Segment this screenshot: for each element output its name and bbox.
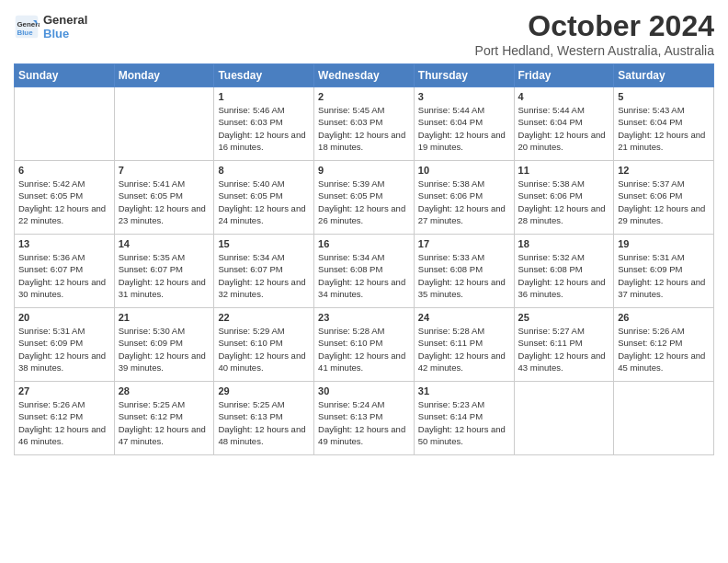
day-info: Sunrise: 5:34 AMSunset: 6:08 PMDaylight:… [318,251,410,300]
day-number: 21 [119,312,210,323]
day-info: Sunrise: 5:39 AMSunset: 6:05 PMDaylight:… [318,178,410,226]
day-number: 2 [318,91,410,102]
day-info: Sunrise: 5:26 AMSunset: 6:12 PMDaylight:… [18,398,110,447]
day-info: Sunrise: 5:25 AMSunset: 6:13 PMDaylight:… [218,398,310,447]
week-row-2: 6Sunrise: 5:42 AMSunset: 6:05 PMDaylight… [15,161,714,235]
calendar-cell: 16Sunrise: 5:34 AMSunset: 6:08 PMDayligh… [314,235,415,308]
month-title: October 2024 [475,9,714,43]
calendar-cell: 28Sunrise: 5:25 AMSunset: 6:12 PMDayligh… [114,382,214,455]
title-block: October 2024 Port Hedland, Western Austr… [475,9,714,58]
calendar-cell: 23Sunrise: 5:28 AMSunset: 6:10 PMDayligh… [314,308,415,382]
day-info: Sunrise: 5:32 AMSunset: 6:08 PMDaylight:… [518,251,610,300]
svg-text:Blue: Blue [17,29,34,37]
calendar-cell: 18Sunrise: 5:32 AMSunset: 6:08 PMDayligh… [514,235,614,308]
day-info: Sunrise: 5:30 AMSunset: 6:09 PMDaylight:… [119,325,210,373]
day-number: 19 [618,238,710,249]
calendar-cell: 25Sunrise: 5:27 AMSunset: 6:11 PMDayligh… [514,308,614,382]
calendar-cell: 5Sunrise: 5:43 AMSunset: 6:04 PMDaylight… [614,87,714,161]
day-info: Sunrise: 5:45 AMSunset: 6:03 PMDaylight:… [318,104,410,153]
day-number: 12 [618,165,710,176]
day-number: 17 [418,238,510,249]
week-row-4: 20Sunrise: 5:31 AMSunset: 6:09 PMDayligh… [15,308,714,382]
calendar-cell: 15Sunrise: 5:34 AMSunset: 6:07 PMDayligh… [214,235,314,308]
calendar-cell: 20Sunrise: 5:31 AMSunset: 6:09 PMDayligh… [15,308,115,382]
calendar-cell: 6Sunrise: 5:42 AMSunset: 6:05 PMDaylight… [15,161,115,235]
day-number: 30 [318,385,410,396]
day-info: Sunrise: 5:41 AMSunset: 6:05 PMDaylight:… [119,178,210,226]
calendar-cell: 11Sunrise: 5:38 AMSunset: 6:06 PMDayligh… [514,161,614,235]
day-number: 10 [418,165,510,176]
logo: General Blue General Blue [14,13,87,40]
calendar-table: SundayMondayTuesdayWednesdayThursdayFrid… [14,63,714,455]
calendar-cell: 3Sunrise: 5:44 AMSunset: 6:04 PMDaylight… [414,87,514,161]
day-number: 1 [218,91,310,102]
day-number: 23 [318,312,410,323]
calendar-cell: 24Sunrise: 5:28 AMSunset: 6:11 PMDayligh… [414,308,514,382]
calendar-cell: 22Sunrise: 5:29 AMSunset: 6:10 PMDayligh… [214,308,314,382]
page-header: General Blue General Blue October 2024 P… [14,9,714,58]
day-info: Sunrise: 5:25 AMSunset: 6:12 PMDaylight:… [119,398,210,447]
header-sunday: Sunday [15,64,115,87]
day-info: Sunrise: 5:34 AMSunset: 6:07 PMDaylight:… [218,251,310,300]
day-number: 9 [318,165,410,176]
calendar-cell: 14Sunrise: 5:35 AMSunset: 6:07 PMDayligh… [114,235,214,308]
calendar-cell: 12Sunrise: 5:37 AMSunset: 6:06 PMDayligh… [614,161,714,235]
calendar-cell [614,382,714,455]
calendar-cell: 29Sunrise: 5:25 AMSunset: 6:13 PMDayligh… [214,382,314,455]
calendar-cell [514,382,614,455]
calendar-cell [114,87,214,161]
day-number: 7 [119,165,210,176]
day-info: Sunrise: 5:27 AMSunset: 6:11 PMDaylight:… [518,325,610,373]
day-number: 27 [18,385,110,396]
day-info: Sunrise: 5:44 AMSunset: 6:04 PMDaylight:… [418,104,510,153]
logo-icon: General Blue [14,14,40,40]
calendar-cell: 30Sunrise: 5:24 AMSunset: 6:13 PMDayligh… [314,382,415,455]
day-info: Sunrise: 5:38 AMSunset: 6:06 PMDaylight:… [518,178,610,226]
header-monday: Monday [114,64,214,87]
day-number: 14 [119,238,210,249]
week-row-5: 27Sunrise: 5:26 AMSunset: 6:12 PMDayligh… [15,382,714,455]
calendar-cell: 9Sunrise: 5:39 AMSunset: 6:05 PMDaylight… [314,161,415,235]
day-info: Sunrise: 5:28 AMSunset: 6:11 PMDaylight:… [418,325,510,373]
header-tuesday: Tuesday [214,64,314,87]
day-info: Sunrise: 5:33 AMSunset: 6:08 PMDaylight:… [418,251,510,300]
header-friday: Friday [514,64,614,87]
location-subtitle: Port Hedland, Western Australia, Austral… [475,43,714,58]
calendar-cell: 13Sunrise: 5:36 AMSunset: 6:07 PMDayligh… [15,235,115,308]
header-thursday: Thursday [414,64,514,87]
calendar-cell: 26Sunrise: 5:26 AMSunset: 6:12 PMDayligh… [614,308,714,382]
day-info: Sunrise: 5:31 AMSunset: 6:09 PMDaylight:… [18,325,110,373]
header-saturday: Saturday [614,64,714,87]
day-number: 13 [18,238,110,249]
day-info: Sunrise: 5:36 AMSunset: 6:07 PMDaylight:… [18,251,110,300]
day-number: 20 [18,312,110,323]
week-row-3: 13Sunrise: 5:36 AMSunset: 6:07 PMDayligh… [15,235,714,308]
day-number: 11 [518,165,610,176]
calendar-cell: 27Sunrise: 5:26 AMSunset: 6:12 PMDayligh… [15,382,115,455]
day-info: Sunrise: 5:23 AMSunset: 6:14 PMDaylight:… [418,398,510,447]
day-info: Sunrise: 5:43 AMSunset: 6:04 PMDaylight:… [618,104,710,153]
day-number: 4 [518,91,610,102]
day-number: 6 [18,165,110,176]
day-info: Sunrise: 5:37 AMSunset: 6:06 PMDaylight:… [618,178,710,226]
day-info: Sunrise: 5:24 AMSunset: 6:13 PMDaylight:… [318,398,410,447]
day-number: 25 [518,312,610,323]
day-info: Sunrise: 5:26 AMSunset: 6:12 PMDaylight:… [618,325,710,373]
logo-text-blue: Blue [43,27,87,40]
calendar-cell: 31Sunrise: 5:23 AMSunset: 6:14 PMDayligh… [414,382,514,455]
day-info: Sunrise: 5:38 AMSunset: 6:06 PMDaylight:… [418,178,510,226]
day-number: 29 [218,385,310,396]
day-number: 28 [119,385,210,396]
calendar-cell [15,87,115,161]
calendar-cell: 10Sunrise: 5:38 AMSunset: 6:06 PMDayligh… [414,161,514,235]
calendar-cell: 19Sunrise: 5:31 AMSunset: 6:09 PMDayligh… [614,235,714,308]
calendar-cell: 7Sunrise: 5:41 AMSunset: 6:05 PMDaylight… [114,161,214,235]
day-info: Sunrise: 5:42 AMSunset: 6:05 PMDaylight:… [18,178,110,226]
day-number: 16 [318,238,410,249]
week-row-1: 1Sunrise: 5:46 AMSunset: 6:03 PMDaylight… [15,87,714,161]
calendar-cell: 21Sunrise: 5:30 AMSunset: 6:09 PMDayligh… [114,308,214,382]
day-number: 8 [218,165,310,176]
day-number: 26 [618,312,710,323]
day-info: Sunrise: 5:31 AMSunset: 6:09 PMDaylight:… [618,251,710,300]
calendar-header-row: SundayMondayTuesdayWednesdayThursdayFrid… [15,64,714,87]
